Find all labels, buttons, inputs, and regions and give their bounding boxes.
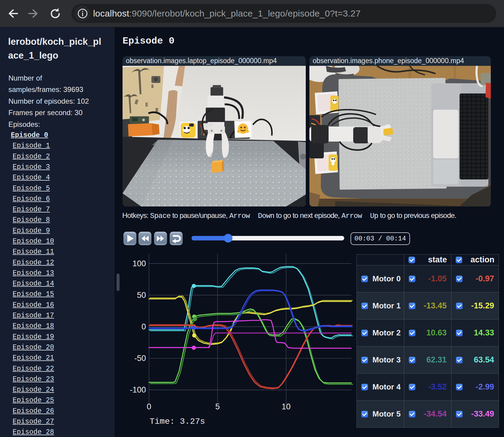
svg-text:50: 50 [137, 291, 146, 300]
svg-text:10: 10 [282, 402, 291, 411]
svg-text:0: 0 [141, 322, 146, 331]
svg-text:100: 100 [132, 259, 146, 268]
svg-text:0: 0 [147, 402, 151, 411]
svg-text:5: 5 [215, 402, 220, 411]
svg-text:-100: -100 [130, 385, 146, 394]
svg-text:Time: 3.27s: Time: 3.27s [150, 417, 205, 426]
svg-text:-50: -50 [134, 354, 146, 363]
